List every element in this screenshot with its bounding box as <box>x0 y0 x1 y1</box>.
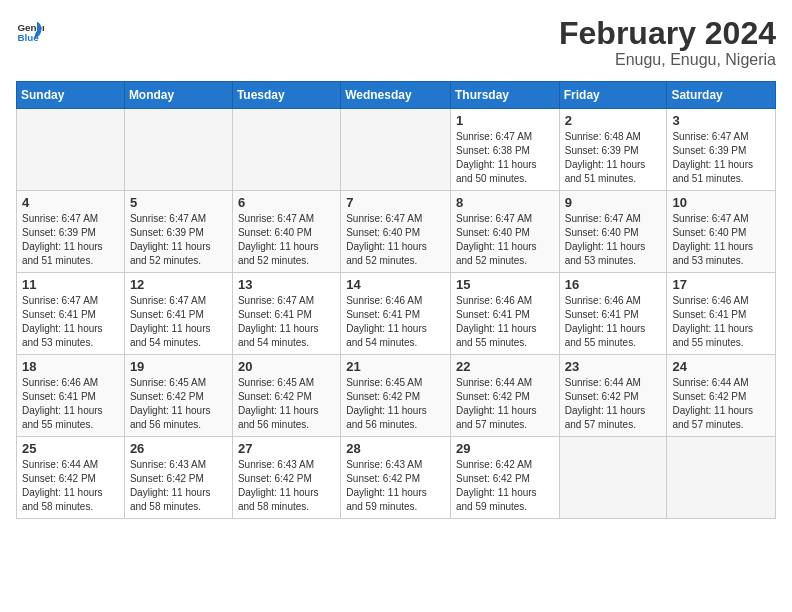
day-cell: 27Sunrise: 6:43 AMSunset: 6:42 PMDayligh… <box>232 437 340 519</box>
day-cell <box>559 437 667 519</box>
day-cell: 16Sunrise: 6:46 AMSunset: 6:41 PMDayligh… <box>559 273 667 355</box>
day-number: 28 <box>346 441 445 456</box>
day-number: 9 <box>565 195 662 210</box>
day-info: Sunrise: 6:47 AMSunset: 6:41 PMDaylight:… <box>130 294 227 350</box>
day-info: Sunrise: 6:46 AMSunset: 6:41 PMDaylight:… <box>456 294 554 350</box>
day-cell: 10Sunrise: 6:47 AMSunset: 6:40 PMDayligh… <box>667 191 776 273</box>
day-info: Sunrise: 6:48 AMSunset: 6:39 PMDaylight:… <box>565 130 662 186</box>
day-cell: 4Sunrise: 6:47 AMSunset: 6:39 PMDaylight… <box>17 191 125 273</box>
calendar-table: SundayMondayTuesdayWednesdayThursdayFrid… <box>16 81 776 519</box>
day-info: Sunrise: 6:47 AMSunset: 6:40 PMDaylight:… <box>346 212 445 268</box>
day-info: Sunrise: 6:47 AMSunset: 6:41 PMDaylight:… <box>238 294 335 350</box>
day-cell: 21Sunrise: 6:45 AMSunset: 6:42 PMDayligh… <box>341 355 451 437</box>
day-info: Sunrise: 6:47 AMSunset: 6:41 PMDaylight:… <box>22 294 119 350</box>
day-cell: 20Sunrise: 6:45 AMSunset: 6:42 PMDayligh… <box>232 355 340 437</box>
day-number: 3 <box>672 113 770 128</box>
day-number: 26 <box>130 441 227 456</box>
day-number: 2 <box>565 113 662 128</box>
day-number: 20 <box>238 359 335 374</box>
day-info: Sunrise: 6:44 AMSunset: 6:42 PMDaylight:… <box>456 376 554 432</box>
day-number: 13 <box>238 277 335 292</box>
weekday-header-wednesday: Wednesday <box>341 82 451 109</box>
day-number: 5 <box>130 195 227 210</box>
day-info: Sunrise: 6:47 AMSunset: 6:40 PMDaylight:… <box>672 212 770 268</box>
day-info: Sunrise: 6:47 AMSunset: 6:39 PMDaylight:… <box>22 212 119 268</box>
day-number: 22 <box>456 359 554 374</box>
day-number: 8 <box>456 195 554 210</box>
day-cell: 3Sunrise: 6:47 AMSunset: 6:39 PMDaylight… <box>667 109 776 191</box>
day-info: Sunrise: 6:44 AMSunset: 6:42 PMDaylight:… <box>565 376 662 432</box>
weekday-header-sunday: Sunday <box>17 82 125 109</box>
day-info: Sunrise: 6:47 AMSunset: 6:40 PMDaylight:… <box>238 212 335 268</box>
day-cell: 22Sunrise: 6:44 AMSunset: 6:42 PMDayligh… <box>450 355 559 437</box>
day-info: Sunrise: 6:44 AMSunset: 6:42 PMDaylight:… <box>672 376 770 432</box>
week-row-3: 11Sunrise: 6:47 AMSunset: 6:41 PMDayligh… <box>17 273 776 355</box>
logo-icon: General Blue <box>16 16 44 44</box>
day-number: 24 <box>672 359 770 374</box>
weekday-header-thursday: Thursday <box>450 82 559 109</box>
week-row-5: 25Sunrise: 6:44 AMSunset: 6:42 PMDayligh… <box>17 437 776 519</box>
day-number: 15 <box>456 277 554 292</box>
day-number: 10 <box>672 195 770 210</box>
day-number: 12 <box>130 277 227 292</box>
day-info: Sunrise: 6:47 AMSunset: 6:38 PMDaylight:… <box>456 130 554 186</box>
day-cell: 7Sunrise: 6:47 AMSunset: 6:40 PMDaylight… <box>341 191 451 273</box>
day-cell: 8Sunrise: 6:47 AMSunset: 6:40 PMDaylight… <box>450 191 559 273</box>
day-cell: 5Sunrise: 6:47 AMSunset: 6:39 PMDaylight… <box>124 191 232 273</box>
day-number: 7 <box>346 195 445 210</box>
day-cell <box>17 109 125 191</box>
day-number: 1 <box>456 113 554 128</box>
day-cell: 24Sunrise: 6:44 AMSunset: 6:42 PMDayligh… <box>667 355 776 437</box>
day-number: 4 <box>22 195 119 210</box>
day-number: 17 <box>672 277 770 292</box>
day-number: 11 <box>22 277 119 292</box>
day-cell: 23Sunrise: 6:44 AMSunset: 6:42 PMDayligh… <box>559 355 667 437</box>
week-row-4: 18Sunrise: 6:46 AMSunset: 6:41 PMDayligh… <box>17 355 776 437</box>
day-cell: 26Sunrise: 6:43 AMSunset: 6:42 PMDayligh… <box>124 437 232 519</box>
day-cell: 28Sunrise: 6:43 AMSunset: 6:42 PMDayligh… <box>341 437 451 519</box>
day-number: 29 <box>456 441 554 456</box>
day-number: 16 <box>565 277 662 292</box>
day-cell: 11Sunrise: 6:47 AMSunset: 6:41 PMDayligh… <box>17 273 125 355</box>
day-cell: 1Sunrise: 6:47 AMSunset: 6:38 PMDaylight… <box>450 109 559 191</box>
day-number: 23 <box>565 359 662 374</box>
day-number: 25 <box>22 441 119 456</box>
day-cell: 13Sunrise: 6:47 AMSunset: 6:41 PMDayligh… <box>232 273 340 355</box>
calendar-title: February 2024 <box>559 16 776 51</box>
day-info: Sunrise: 6:45 AMSunset: 6:42 PMDaylight:… <box>238 376 335 432</box>
day-cell: 9Sunrise: 6:47 AMSunset: 6:40 PMDaylight… <box>559 191 667 273</box>
day-info: Sunrise: 6:46 AMSunset: 6:41 PMDaylight:… <box>565 294 662 350</box>
weekday-header-friday: Friday <box>559 82 667 109</box>
day-cell: 15Sunrise: 6:46 AMSunset: 6:41 PMDayligh… <box>450 273 559 355</box>
day-info: Sunrise: 6:47 AMSunset: 6:39 PMDaylight:… <box>672 130 770 186</box>
week-row-1: 1Sunrise: 6:47 AMSunset: 6:38 PMDaylight… <box>17 109 776 191</box>
day-cell <box>667 437 776 519</box>
day-cell: 2Sunrise: 6:48 AMSunset: 6:39 PMDaylight… <box>559 109 667 191</box>
day-number: 21 <box>346 359 445 374</box>
day-info: Sunrise: 6:46 AMSunset: 6:41 PMDaylight:… <box>672 294 770 350</box>
day-info: Sunrise: 6:42 AMSunset: 6:42 PMDaylight:… <box>456 458 554 514</box>
calendar-subtitle: Enugu, Enugu, Nigeria <box>559 51 776 69</box>
day-info: Sunrise: 6:46 AMSunset: 6:41 PMDaylight:… <box>346 294 445 350</box>
weekday-header-monday: Monday <box>124 82 232 109</box>
weekday-header-row: SundayMondayTuesdayWednesdayThursdayFrid… <box>17 82 776 109</box>
day-number: 6 <box>238 195 335 210</box>
day-info: Sunrise: 6:47 AMSunset: 6:39 PMDaylight:… <box>130 212 227 268</box>
day-cell: 18Sunrise: 6:46 AMSunset: 6:41 PMDayligh… <box>17 355 125 437</box>
day-info: Sunrise: 6:46 AMSunset: 6:41 PMDaylight:… <box>22 376 119 432</box>
day-info: Sunrise: 6:43 AMSunset: 6:42 PMDaylight:… <box>346 458 445 514</box>
day-info: Sunrise: 6:44 AMSunset: 6:42 PMDaylight:… <box>22 458 119 514</box>
day-number: 27 <box>238 441 335 456</box>
day-cell: 12Sunrise: 6:47 AMSunset: 6:41 PMDayligh… <box>124 273 232 355</box>
day-info: Sunrise: 6:47 AMSunset: 6:40 PMDaylight:… <box>456 212 554 268</box>
day-cell: 19Sunrise: 6:45 AMSunset: 6:42 PMDayligh… <box>124 355 232 437</box>
day-cell: 17Sunrise: 6:46 AMSunset: 6:41 PMDayligh… <box>667 273 776 355</box>
week-row-2: 4Sunrise: 6:47 AMSunset: 6:39 PMDaylight… <box>17 191 776 273</box>
day-cell: 14Sunrise: 6:46 AMSunset: 6:41 PMDayligh… <box>341 273 451 355</box>
title-block: February 2024 Enugu, Enugu, Nigeria <box>559 16 776 69</box>
page-header: General Blue February 2024 Enugu, Enugu,… <box>16 16 776 69</box>
day-number: 18 <box>22 359 119 374</box>
svg-text:Blue: Blue <box>17 32 39 43</box>
weekday-header-tuesday: Tuesday <box>232 82 340 109</box>
day-info: Sunrise: 6:45 AMSunset: 6:42 PMDaylight:… <box>130 376 227 432</box>
